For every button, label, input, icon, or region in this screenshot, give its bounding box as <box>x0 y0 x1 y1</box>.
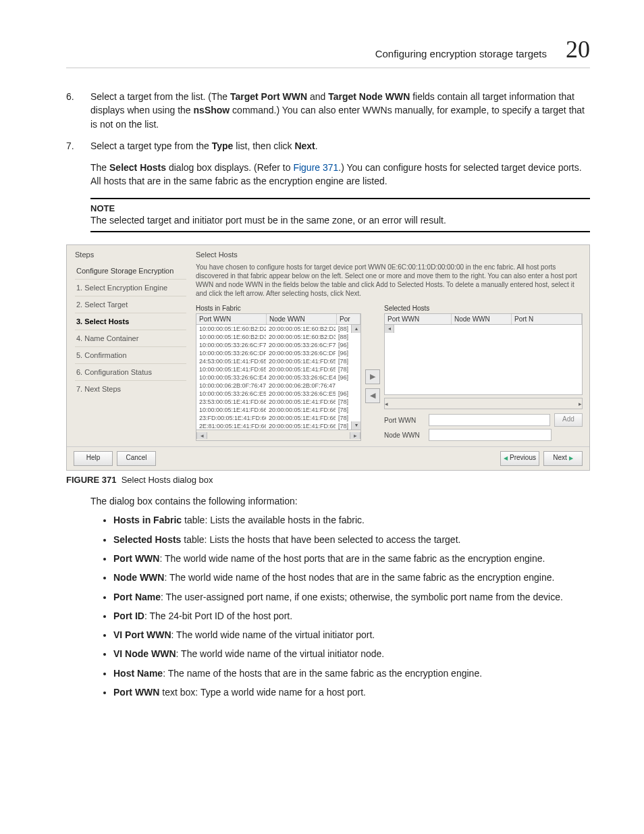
wizard-step[interactable]: 5. Confirmation <box>75 346 186 363</box>
table-row[interactable]: 10:00:00:05:1E:41:FD:6520:00:00:05:1E:41… <box>196 365 360 373</box>
node-wwn-label: Node WWN <box>384 432 425 439</box>
page-header: Configuring encryption storage targets 2… <box>66 35 590 68</box>
cancel-button[interactable]: Cancel <box>117 451 156 466</box>
info-bullet-list: Hosts in Fabric table: Lists the availab… <box>66 513 590 699</box>
list-item: Selected Hosts table: Lists the hosts th… <box>113 533 590 546</box>
dialog-instructions: You have chosen to configure hosts for t… <box>196 263 583 298</box>
bold-target-node-wwn: Target Node WWN <box>328 91 410 102</box>
list-item: Port WWN: The world wide name of the hos… <box>113 552 590 565</box>
selected-hosts-label: Selected Hosts <box>384 305 583 312</box>
hosts-in-fabric-header: Port WWN Node WWN Por <box>196 313 361 325</box>
table-row[interactable]: 23:53:00:05:1E:41:FD:6620:00:00:05:1E:41… <box>196 398 360 406</box>
intro-following-info: The dialog box contains the following in… <box>90 494 590 508</box>
table-row[interactable]: 10:00:00:05:33:26:6C:DF20:00:00:05:33:26… <box>196 349 360 357</box>
bold-select-hosts: Select Hosts <box>109 162 166 173</box>
move-right-button[interactable]: ▶ <box>365 369 380 384</box>
hosts-in-fabric-label: Hosts in Fabric <box>196 305 361 312</box>
list-item: Port ID: The 24-bit Port ID of the host … <box>113 609 590 623</box>
list-item: Host Name: The name of the hosts that ar… <box>113 667 590 680</box>
port-wwn-label: Port WWN <box>384 417 425 424</box>
note-text: The selected target and initiator port m… <box>90 213 590 227</box>
node-wwn-input[interactable] <box>429 429 552 441</box>
wizard-subtitle: Configure Storage Encryption <box>75 263 186 279</box>
scroll-left-handle-icon[interactable]: ◂ <box>385 325 394 333</box>
horizontal-scrollbar[interactable]: ◂ ▸ <box>196 430 361 441</box>
step-number: 6. <box>66 90 78 131</box>
note-block: NOTE The selected target and initiator p… <box>90 198 590 232</box>
horizontal-scrollbar[interactable]: ◂ ▸ <box>384 398 583 409</box>
next-button[interactable]: Next <box>543 451 583 466</box>
port-wwn-input[interactable] <box>429 414 550 426</box>
step-6: 6. Select a target from the list. (The T… <box>66 90 590 131</box>
wizard-step[interactable]: 2. Select Target <box>75 296 186 313</box>
list-item: Port Name: The user-assigned port name, … <box>113 590 590 604</box>
wizard-step[interactable]: 7. Next Steps <box>75 380 186 397</box>
wizard-steps-pane: Steps Configure Storage Encryption 1. Se… <box>67 245 193 446</box>
table-row[interactable]: 10:00:00:06:2B:0F:76:4720:00:00:06:2B:0F… <box>196 382 360 390</box>
wizard-step[interactable]: 3. Select Hosts <box>75 313 186 330</box>
table-row[interactable]: 10:00:00:05:33:26:6C:E420:00:00:05:33:26… <box>196 373 360 382</box>
table-row[interactable]: 10:00:00:05:1E:41:FD:6620:00:00:05:1E:41… <box>196 406 360 414</box>
bold-next: Next <box>294 140 315 151</box>
scroll-up-icon[interactable]: ▴ <box>351 325 360 333</box>
selected-hosts-header: Port WWN Node WWN Port N <box>384 313 583 325</box>
scroll-right-icon[interactable]: ▸ <box>579 400 582 407</box>
step-number: 7. <box>66 139 78 153</box>
table-row[interactable]: 10:00:00:05:1E:60:B2:D320:00:00:05:1E:60… <box>196 333 360 341</box>
list-item: Node WWN: The world wide name of the hos… <box>113 571 590 584</box>
scroll-down-icon[interactable]: ▾ <box>351 421 360 429</box>
link-figure-371[interactable]: Figure 371 <box>293 162 338 173</box>
previous-button[interactable]: Previous <box>500 451 539 466</box>
list-item: VI Port WWN: The world wide name of the … <box>113 628 590 642</box>
table-row[interactable]: 10:00:00:05:33:26:6C:E520:00:00:05:33:26… <box>196 390 360 398</box>
note-label: NOTE <box>90 203 590 213</box>
wizard-step[interactable]: 4. Name Container <box>75 330 186 346</box>
scroll-left-icon[interactable]: ◂ <box>196 432 207 439</box>
scroll-left-icon[interactable]: ◂ <box>385 400 388 407</box>
table-row[interactable]: 23:FD:00:05:1E:41:FD:6620:00:00:05:1E:41… <box>196 414 360 422</box>
table-row[interactable]: 24:53:00:05:1E:41:FD:6520:00:00:05:1E:41… <box>196 357 360 365</box>
list-item: Port WWN text box: Type a world wide nam… <box>113 685 590 699</box>
wizard-step[interactable]: 6. Configuration Status <box>75 363 186 380</box>
table-row[interactable]: 2E:81:00:05:1E:41:FD:6620:00:00:05:1E:41… <box>196 422 360 430</box>
bold-target-port-wwn: Target Port WWN <box>230 91 307 102</box>
content-pane-title: Select Hosts <box>196 251 583 259</box>
scroll-right-icon[interactable]: ▸ <box>350 432 360 439</box>
table-row[interactable]: 10:00:00:05:33:26:6C:F720:00:00:05:33:26… <box>196 341 360 349</box>
help-button[interactable]: Help <box>74 451 113 466</box>
list-item: VI Node WWN: The world wide name of the … <box>113 647 590 660</box>
bold-type: Type <box>212 140 234 151</box>
hosts-in-fabric-table[interactable]: ▴ ▾ 10:00:00:05:1E:60:B2:D220:00:00:05:1… <box>196 325 361 430</box>
header-title: Configuring encryption storage targets <box>375 48 547 59</box>
steps-pane-title: Steps <box>75 251 186 259</box>
paragraph-select-hosts: The Select Hosts dialog box displays. (R… <box>90 161 590 188</box>
selected-hosts-table[interactable]: ◂ <box>384 325 583 395</box>
list-item: Hosts in Fabric table: Lists the availab… <box>113 513 590 527</box>
move-left-button[interactable]: ◀ <box>365 388 380 403</box>
header-page-number: 20 <box>566 35 590 63</box>
figure-caption: FIGURE 371 Select Hosts dialog box <box>66 475 590 485</box>
select-hosts-dialog: Steps Configure Storage Encryption 1. Se… <box>66 244 590 471</box>
figure-text: Select Hosts dialog box <box>122 475 213 485</box>
figure-label: FIGURE 371 <box>66 475 116 485</box>
table-row[interactable]: 10:00:00:05:1E:60:B2:D220:00:00:05:1E:60… <box>196 325 360 333</box>
step-7: 7. Select a target type from the Type li… <box>66 139 590 153</box>
wizard-step[interactable]: 1. Select Encryption Engine <box>75 279 186 296</box>
add-button[interactable]: Add <box>554 413 583 427</box>
bold-nsshow: nsShow <box>194 105 230 115</box>
